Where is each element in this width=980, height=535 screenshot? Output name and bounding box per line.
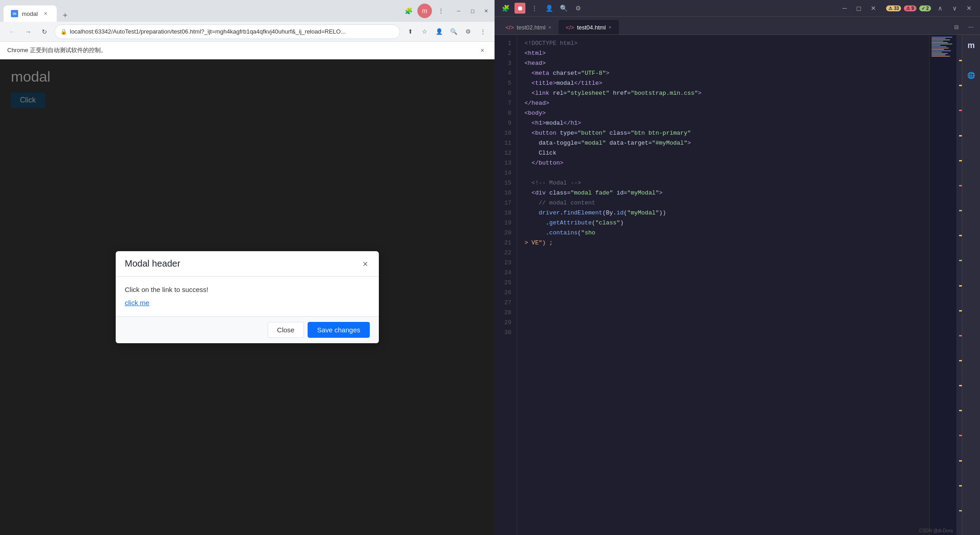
editor-scrollbar[interactable] (956, 35, 962, 535)
modal-title: Modal header (125, 258, 180, 269)
editor-tab-test02-html-icon: </> (505, 24, 514, 31)
tab-title: modal (22, 10, 38, 17)
watermark: CSDN @di-Dora (919, 528, 953, 533)
info-bar-text: Chrome 正受到自动测试软件的控制。 (7, 46, 107, 54)
active-tab[interactable]: m modal × (4, 5, 57, 22)
new-tab-button[interactable]: + (59, 9, 71, 22)
code-line: // modal content (524, 198, 922, 208)
warning-badge: ⚠ 33 (886, 5, 901, 11)
puzzle-icon[interactable]: 🧩 (500, 3, 511, 14)
window-controls: ─ ◻ ✕ (454, 6, 491, 16)
info-bar-close-button[interactable]: × (477, 45, 487, 55)
code-line: > VE") ; (524, 238, 922, 248)
close-panel-icon[interactable]: ✕ (964, 3, 975, 14)
modal-body: Click on the link to success! click me (116, 277, 379, 316)
code-line: <!DOCTYPE html> (524, 39, 922, 49)
lock-icon: 🔒 (60, 29, 67, 35)
automation-info-bar: Chrome 正受到自动测试软件的控制。 × (0, 42, 495, 59)
code-line: <html> (524, 49, 922, 58)
line-numbers: 12345 678910 1112131415 1617181920 21222… (495, 35, 517, 535)
editor-tab-test04-close[interactable]: × (608, 24, 611, 30)
code-editor-panel: 🧩 ⏺ ⋮ 👤 🔍 ⚙ ─ ◻ ✕ ⚠ 33 ⚠ 9 ✓ 2 ∧ ∨ ✕ </>… (495, 0, 980, 535)
reload-button[interactable]: ↻ (38, 25, 51, 38)
code-line: Click (524, 148, 922, 158)
code-line: </button> (524, 158, 922, 168)
search-icon[interactable]: 🔍 (447, 25, 460, 38)
modal-header: Modal header × (116, 251, 379, 277)
editor-top-icons: 🧩 ⏺ ⋮ 👤 🔍 ⚙ ─ ◻ ✕ ⚠ 33 ⚠ 9 ✓ 2 ∧ ∨ ✕ (495, 0, 980, 17)
code-line: data-toggle="modal" data-target="#myModa… (524, 138, 922, 148)
chevron-up-icon[interactable]: ∧ (935, 3, 946, 14)
page-inner: modal Click Modal header × Click on the … (0, 59, 495, 535)
gear-icon[interactable]: ⚙ (573, 3, 583, 14)
scrollbar-markers (959, 35, 962, 535)
code-line: <h1>modal</h1> (524, 118, 922, 128)
editor-tab-bar: </> test02.html × </> test04.html × ⊟ ⋯ (495, 17, 980, 35)
forward-button[interactable]: → (22, 25, 34, 38)
modal-dialog: Modal header × Click on the link to succ… (116, 251, 379, 343)
error-badge: ⚠ 9 (904, 5, 916, 11)
restore-editor-icon[interactable]: ◻ (853, 3, 864, 14)
editor-tab-test02[interactable]: </> test02.html × (498, 20, 559, 34)
minimize-button[interactable]: ─ (454, 6, 464, 16)
modal-overlay: Modal header × Click on the link to succ… (0, 59, 495, 535)
menu-icon[interactable]: ⋮ (476, 25, 489, 38)
ok-badge: ✓ 2 (919, 5, 931, 11)
right-sidebar: m 🌐 (962, 35, 980, 535)
code-line: driver.findElement(By.id("myModal")) (524, 208, 922, 218)
code-line: </head> (524, 98, 922, 108)
chrome-tab-bar: m modal × + 🧩 m ⋮ ─ ◻ ✕ (0, 0, 495, 22)
modal-body-text: Click on the link to success! (125, 286, 370, 293)
record-icon[interactable]: ⏺ (514, 3, 525, 14)
dots-icon[interactable]: ⋮ (529, 3, 540, 14)
modal-footer-close-button[interactable]: Close (268, 322, 304, 338)
back-button[interactable]: ← (5, 25, 18, 38)
modal-close-button[interactable]: × (361, 259, 370, 268)
editor-tab-actions: ⊟ ⋯ (951, 22, 976, 34)
close-editor-icon[interactable]: ✕ (868, 3, 879, 14)
sidebar-m-icon[interactable]: m (965, 39, 978, 52)
code-line: <button type="button" class="btn btn-pri… (524, 128, 922, 138)
code-line: <div class="modal fade" id="myModal"> (524, 188, 922, 198)
modal-link[interactable]: click me (125, 299, 149, 306)
account-icon[interactable]: 👤 (433, 25, 446, 38)
address-bar: ← → ↻ 🔒 localhost:63342/AutoTest1/prepar… (0, 22, 495, 42)
profile-icon[interactable]: m (417, 4, 432, 18)
url-text: localhost:63342/AutoTest1/preparation/te… (70, 28, 394, 35)
browser-window: m modal × + 🧩 m ⋮ ─ ◻ ✕ ← → ↻ 🔒 localhos… (0, 0, 495, 535)
window-close-button[interactable]: ✕ (481, 6, 491, 16)
code-line: .contains("sho (524, 228, 922, 238)
code-line (524, 168, 922, 178)
code-line: <body> (524, 108, 922, 118)
code-line: <title>modal</title> (524, 78, 922, 88)
tab-favicon: m (11, 10, 18, 17)
more-editor-icon[interactable]: ⋯ (965, 22, 976, 33)
code-line: <!-- Modal --> (524, 178, 922, 188)
settings-icon[interactable]: ⚙ (462, 25, 475, 38)
code-line: <head> (524, 58, 922, 68)
magnify-icon[interactable]: 🔍 (558, 3, 569, 14)
user-icon[interactable]: 👤 (544, 3, 554, 14)
code-line (524, 248, 922, 258)
bookmark-icon[interactable]: ☆ (418, 25, 431, 38)
code-line: <meta charset="UTF-8"> (524, 68, 922, 78)
modal-save-button[interactable]: Save changes (308, 322, 370, 338)
restore-button[interactable]: ◻ (467, 6, 477, 16)
editor-tab-test02-close[interactable]: × (548, 24, 551, 30)
editor-tab-test04[interactable]: </> test04.html × (559, 20, 619, 34)
code-editor[interactable]: <!DOCTYPE html> <html> <head> <meta char… (517, 35, 929, 535)
share-icon[interactable]: ⬆ (404, 25, 416, 38)
minimap (929, 35, 956, 535)
more-options-icon[interactable]: ⋮ (434, 4, 448, 18)
editor-tab-test04-html-icon: </> (566, 24, 574, 31)
tab-list: m modal × + (4, 0, 399, 22)
chevron-down-icon[interactable]: ∨ (949, 3, 960, 14)
extension-icon[interactable]: 🧩 (401, 4, 416, 18)
sidebar-globe-icon[interactable]: 🌐 (965, 68, 978, 82)
code-line: .getAttribute("class") (524, 218, 922, 228)
split-editor-icon[interactable]: ⊟ (951, 22, 962, 33)
url-bar[interactable]: 🔒 localhost:63342/AutoTest1/preparation/… (54, 24, 400, 39)
tab-close-button[interactable]: × (41, 10, 49, 18)
editor-content: 12345 678910 1112131415 1617181920 21222… (495, 35, 980, 535)
minimize-editor-icon[interactable]: ─ (839, 3, 850, 14)
